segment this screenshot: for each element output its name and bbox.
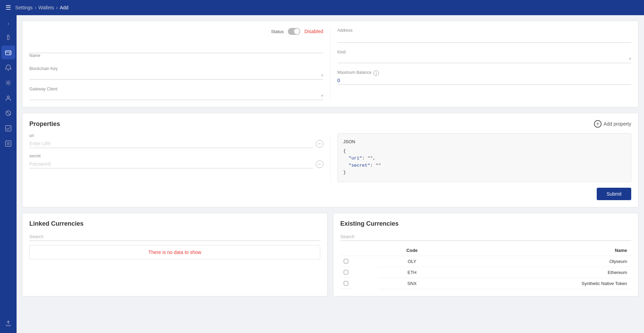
kind-arrow: ▾ <box>629 56 631 61</box>
breadcrumb-sep-1: › <box>35 5 37 10</box>
linked-currencies-search[interactable] <box>29 232 320 241</box>
existing-currencies-table: Code Name OLY Olyseum ETH <box>340 245 631 289</box>
uri-input[interactable] <box>29 139 313 148</box>
currency-code-oly: OLY <box>378 256 446 267</box>
uri-property-field: uri − <box>29 133 323 148</box>
blockchain-key-field[interactable]: Blockchain Key ▾ <box>29 66 323 80</box>
address-input[interactable] <box>338 34 632 43</box>
max-balance-label: Maximum Balance <box>338 70 372 75</box>
currency-checkbox-eth[interactable] <box>344 270 348 275</box>
add-property-label: Add property <box>604 121 631 127</box>
main-content: Status Disabled Name Blockchain Key <box>17 15 644 333</box>
currency-code-snx: SNX <box>378 278 446 289</box>
breadcrumb-sep-2: › <box>56 5 58 10</box>
toggle-knob <box>294 29 300 34</box>
currency-row-eth: ETH Ethereum <box>340 267 631 278</box>
linked-currencies-panel: Linked Currencies There is no data to sh… <box>22 213 328 296</box>
sidebar: › ₿ <box>0 15 17 333</box>
add-property-button[interactable]: + Add property <box>594 120 631 128</box>
wallet-form-card: Status Disabled Name Blockchain Key <box>22 21 638 107</box>
properties-title: Properties <box>29 120 60 128</box>
blockchain-key-arrow: ▾ <box>321 72 323 78</box>
existing-currencies-panel: Existing Currencies Code Name OLY <box>333 213 638 296</box>
uri-label: uri <box>29 133 323 138</box>
name-input[interactable] <box>29 45 323 53</box>
properties-fields: uri − secret − <box>29 133 331 182</box>
secret-property-field: secret − <box>29 154 323 168</box>
svg-rect-6 <box>6 126 11 131</box>
col-name: Name <box>446 245 631 256</box>
currency-name-snx: Synthetic Native Token <box>446 278 631 289</box>
svg-line-5 <box>6 111 10 115</box>
currency-code-eth: ETH <box>378 267 446 278</box>
topnav: ☰ Settings › Wallets › Add <box>0 0 644 15</box>
linked-currencies-title: Linked Currencies <box>29 220 320 227</box>
currency-name-oly: Olyseum <box>446 256 631 267</box>
existing-currencies-title: Existing Currencies <box>340 220 631 227</box>
add-property-plus-icon: + <box>594 120 602 128</box>
breadcrumb-settings[interactable]: Settings <box>15 5 33 10</box>
sidebar-item-bitcoin[interactable]: ₿ <box>1 30 15 44</box>
sidebar-item-wallets[interactable] <box>1 46 15 59</box>
json-title: JSON <box>343 139 626 144</box>
gateway-client-arrow: ▾ <box>321 93 323 98</box>
menu-icon[interactable]: ☰ <box>6 4 11 11</box>
max-balance-field: Maximum Balance i 0 <box>338 70 632 85</box>
svg-rect-0 <box>6 51 11 55</box>
gateway-client-field[interactable]: Gateway Client ▾ <box>29 87 323 100</box>
sidebar-item-export[interactable] <box>1 316 15 330</box>
sidebar-item-settings[interactable] <box>1 76 15 90</box>
name-label: Name <box>29 53 323 58</box>
json-box: JSON { "uri": "", "secret": "" } <box>338 133 632 182</box>
address-field: Address <box>338 28 632 43</box>
sidebar-item-list[interactable] <box>1 137 15 150</box>
name-field: Name <box>29 45 323 59</box>
currency-row-oly: OLY Olyseum <box>340 256 631 267</box>
max-balance-value: 0 <box>338 78 632 85</box>
json-panel: JSON { "uri": "", "secret": "" } <box>338 133 632 182</box>
secret-input[interactable] <box>29 160 313 168</box>
currencies-section: Linked Currencies There is no data to sh… <box>22 213 638 296</box>
json-content: { "uri": "", "secret": "" } <box>343 148 626 176</box>
secret-remove-button[interactable]: − <box>316 160 323 168</box>
uri-remove-button[interactable]: − <box>316 140 323 148</box>
sidebar-item-check[interactable] <box>1 121 15 135</box>
sidebar-item-block[interactable] <box>1 106 15 120</box>
sidebar-item-user[interactable] <box>1 91 15 105</box>
svg-point-3 <box>7 96 9 98</box>
gateway-client-label: Gateway Client <box>29 87 323 91</box>
currency-row-snx: SNX Synthetic Native Token <box>340 278 631 289</box>
currency-checkbox-oly[interactable] <box>344 259 348 264</box>
status-value: Disabled <box>304 29 323 34</box>
col-code: Code <box>378 245 446 256</box>
no-data-message: There is no data to show <box>29 245 320 259</box>
svg-point-1 <box>9 53 10 54</box>
secret-label: secret <box>29 154 323 158</box>
blockchain-key-label: Blockchain Key <box>29 66 323 71</box>
currency-name-eth: Ethereum <box>446 267 631 278</box>
breadcrumb-wallets[interactable]: Wallets <box>38 5 54 10</box>
breadcrumb-add: Add <box>60 5 68 10</box>
properties-card: Properties + Add property uri − <box>22 113 638 207</box>
status-label: Status <box>271 29 284 34</box>
sidebar-toggle[interactable]: › <box>3 18 14 29</box>
address-label: Address <box>338 28 632 33</box>
sidebar-item-notifications[interactable] <box>1 61 15 75</box>
kind-field[interactable]: Kind ▾ <box>338 50 632 63</box>
breadcrumb: Settings › Wallets › Add <box>15 5 68 10</box>
existing-currencies-search[interactable] <box>340 232 631 241</box>
status-toggle[interactable] <box>288 28 300 35</box>
max-balance-info-icon[interactable]: i <box>373 70 379 76</box>
currency-checkbox-snx[interactable] <box>344 281 348 286</box>
col-checkbox <box>340 245 378 256</box>
svg-point-2 <box>7 82 9 84</box>
submit-button[interactable]: Submit <box>597 188 631 200</box>
kind-label: Kind <box>338 50 632 55</box>
